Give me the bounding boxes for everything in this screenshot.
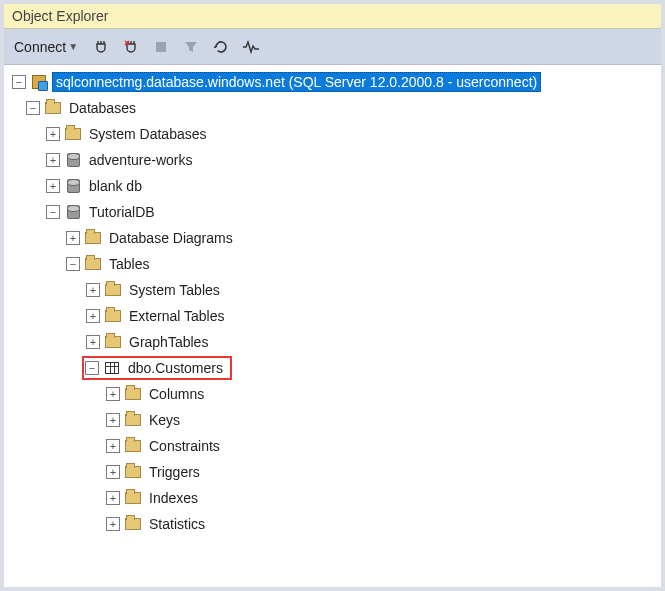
expand-icon[interactable]: + [46,179,60,193]
tree-node-label: Keys [146,411,183,429]
folder-icon [124,386,142,402]
svg-rect-0 [156,42,166,52]
expand-icon[interactable]: + [46,153,60,167]
collapse-icon[interactable]: − [26,101,40,115]
refresh-icon[interactable] [210,36,232,58]
tree-node-constraints[interactable]: + Constraints [6,433,659,459]
expand-icon[interactable]: + [106,465,120,479]
tree-view[interactable]: − sqlconnectmg.database.windows.net (SQL… [4,65,661,541]
toolbar: Connect ▼ [4,29,661,65]
tree-node-databases[interactable]: − Databases [6,95,659,121]
tree-node-database-diagrams[interactable]: + Database Diagrams [6,225,659,251]
tree-node-adventure-works[interactable]: + adventure-works [6,147,659,173]
expand-icon[interactable]: + [106,413,120,427]
tree-node-label: Indexes [146,489,201,507]
panel-title: Object Explorer [12,8,108,24]
tree-node-label: Databases [66,99,139,117]
stop-icon [150,36,172,58]
expand-icon[interactable]: + [106,517,120,531]
tree-node-triggers[interactable]: + Triggers [6,459,659,485]
tree-node-label: sqlconnectmg.database.windows.net (SQL S… [52,72,541,92]
folder-icon [124,412,142,428]
tree-node-label: blank db [86,177,145,195]
folder-icon [124,516,142,532]
expand-icon[interactable]: + [106,491,120,505]
tree-node-external-tables[interactable]: + External Tables [6,303,659,329]
activity-monitor-icon[interactable] [240,36,262,58]
database-icon [64,204,82,220]
tree-node-blank-db[interactable]: + blank db [6,173,659,199]
table-icon [103,360,121,376]
tree-node-label: Database Diagrams [106,229,236,247]
tree-node-label: Tables [106,255,152,273]
folder-icon [104,334,122,350]
expand-icon[interactable]: + [66,231,80,245]
tree-node-label: Statistics [146,515,208,533]
expand-icon[interactable]: + [106,387,120,401]
chevron-down-icon: ▼ [68,41,78,52]
folder-icon [104,282,122,298]
folder-icon [104,308,122,324]
tree-node-label: Columns [146,385,207,403]
connect-dropdown[interactable]: Connect ▼ [10,37,82,57]
collapse-icon[interactable]: − [85,361,99,375]
expand-icon[interactable]: + [86,309,100,323]
disconnect-icon[interactable] [120,36,142,58]
collapse-icon[interactable]: − [66,257,80,271]
tree-node-label: TutorialDB [86,203,158,221]
tree-node-label: System Tables [126,281,223,299]
tree-node-label: External Tables [126,307,227,325]
tree-node-label: Constraints [146,437,223,455]
collapse-icon[interactable]: − [12,75,26,89]
highlight-callout: − dbo.Customers [82,356,232,380]
tree-node-label: adventure-works [86,151,196,169]
folder-icon [44,100,62,116]
tree-node-label: System Databases [86,125,210,143]
tree-node-columns[interactable]: + Columns [6,381,659,407]
connect-icon[interactable] [90,36,112,58]
tree-node-graph-tables[interactable]: + GraphTables [6,329,659,355]
tree-node-indexes[interactable]: + Indexes [6,485,659,511]
folder-icon [124,464,142,480]
tree-node-tutorialdb[interactable]: − TutorialDB [6,199,659,225]
folder-icon [124,438,142,454]
tree-node-label: GraphTables [126,333,211,351]
tree-node-dbo-customers[interactable]: − dbo.Customers [6,355,659,381]
tree-node-tables[interactable]: − Tables [6,251,659,277]
expand-icon[interactable]: + [86,335,100,349]
tree-node-statistics[interactable]: + Statistics [6,511,659,537]
database-icon [64,178,82,194]
folder-icon [84,230,102,246]
tree-node-server[interactable]: − sqlconnectmg.database.windows.net (SQL… [6,69,659,95]
folder-icon [64,126,82,142]
expand-icon[interactable]: + [46,127,60,141]
tree-node-label: Triggers [146,463,203,481]
folder-icon [84,256,102,272]
collapse-icon[interactable]: − [46,205,60,219]
filter-icon [180,36,202,58]
panel-title-bar: Object Explorer [4,4,661,29]
server-icon [30,74,48,90]
folder-icon [124,490,142,506]
expand-icon[interactable]: + [86,283,100,297]
object-explorer-panel: Object Explorer Connect ▼ − sq [0,0,665,591]
expand-icon[interactable]: + [106,439,120,453]
connect-label: Connect [14,39,66,55]
database-icon [64,152,82,168]
tree-node-label: dbo.Customers [125,359,226,377]
tree-node-keys[interactable]: + Keys [6,407,659,433]
tree-node-system-databases[interactable]: + System Databases [6,121,659,147]
tree-node-system-tables[interactable]: + System Tables [6,277,659,303]
